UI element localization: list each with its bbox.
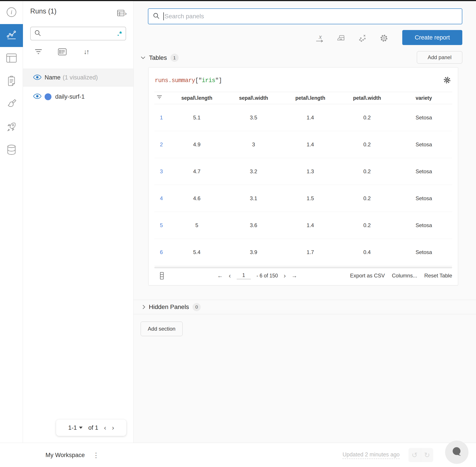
rail-item-notes[interactable] <box>0 70 23 93</box>
runs-name-header: Name (1 visualized) <box>23 69 133 87</box>
prev-page-button[interactable]: ‹ <box>229 272 231 279</box>
panel-search-placeholder[interactable]: Search panels <box>164 13 204 20</box>
row-index-link[interactable]: 2 <box>154 142 169 148</box>
svg-text:i: i <box>11 9 12 15</box>
horizontal-scrollbar[interactable] <box>154 267 452 268</box>
column-header[interactable]: variety <box>396 95 452 101</box>
cell: 1.4 <box>282 115 339 121</box>
rail-item-launch[interactable] <box>0 116 23 139</box>
cell: 3 <box>225 142 282 148</box>
cell: 5.1 <box>169 115 225 121</box>
title-summary: summary <box>172 77 195 84</box>
cell: Setosa <box>396 169 452 175</box>
workspace-toolbar: x <box>316 32 388 44</box>
redo-button[interactable]: ↻ <box>421 448 433 462</box>
cell: 4.7 <box>169 169 225 175</box>
cell: 4.6 <box>169 195 225 202</box>
panel-gear-icon[interactable] <box>443 76 451 85</box>
cell: Setosa <box>396 249 452 255</box>
sort-icon[interactable]: ↓↑ <box>82 48 90 56</box>
broom-icon <box>6 99 17 110</box>
line-chart-icon <box>6 30 17 41</box>
cell: 0.2 <box>339 195 396 202</box>
chevron-down-icon <box>141 56 145 59</box>
table-row: 4 4.6 3.1 1.5 0.2 Setosa <box>154 185 452 212</box>
create-report-button[interactable]: Create report <box>402 30 462 45</box>
runs-filter-row: ↓↑ <box>34 48 90 56</box>
tables-section-header[interactable]: Tables 1 <box>141 54 179 62</box>
runs-search-box: .* <box>30 27 126 40</box>
chevron-right-icon <box>142 305 145 310</box>
outliers-icon[interactable] <box>358 32 367 44</box>
clipboard-icon <box>7 76 16 87</box>
eye-icon[interactable] <box>33 74 41 81</box>
search-icon <box>34 30 41 38</box>
undo-button[interactable]: ↺ <box>409 448 421 462</box>
table-pagination: ← ‹ - 6 of 150 › → <box>217 272 297 279</box>
hidden-panels-label: Hidden Panels <box>149 303 189 311</box>
content-frame: i <box>0 1 476 443</box>
cell: 1.3 <box>282 169 339 175</box>
row-height-icon[interactable] <box>160 272 164 279</box>
column-header[interactable]: petal\.width <box>339 95 396 101</box>
row-index-link[interactable]: 4 <box>154 195 169 202</box>
smoothing-iron-icon[interactable] <box>337 32 346 44</box>
rail-item-panels[interactable] <box>0 47 23 70</box>
column-header[interactable]: sepal\.width <box>225 95 282 101</box>
kebab-menu-icon[interactable]: ⋮ <box>93 451 99 459</box>
table-filter-icon[interactable] <box>154 95 169 101</box>
table-row: 5 5 3.6 1.4 0.2 Setosa <box>154 212 452 239</box>
row-index-link[interactable]: 6 <box>154 249 169 255</box>
runs-table-icon <box>117 10 124 17</box>
columns-button[interactable]: Columns... <box>392 272 417 279</box>
rail-item-info[interactable]: i <box>0 1 23 24</box>
export-csv-button[interactable]: Export as CSV <box>350 272 385 279</box>
row-index-link[interactable]: 3 <box>154 169 169 175</box>
reset-table-button[interactable]: Reset Table <box>424 272 452 279</box>
cell: Setosa <box>396 222 452 228</box>
runs-search-input[interactable] <box>44 30 117 37</box>
first-page-button[interactable]: ← <box>217 272 223 279</box>
runs-page-range[interactable]: 1-1 <box>68 424 77 431</box>
runs-next-page-button[interactable]: › <box>112 424 114 431</box>
rail-item-artifacts[interactable] <box>0 139 23 162</box>
title-key: iris <box>202 77 215 84</box>
help-chat-button[interactable] <box>445 441 468 464</box>
last-page-button[interactable]: → <box>292 272 297 279</box>
table-header-row: sepal\.length sepal\.width petal\.length… <box>154 92 452 104</box>
table-footer: ← ‹ - 6 of 150 › → Export as CSV Columns… <box>154 269 452 282</box>
column-header[interactable]: sepal\.length <box>169 95 225 101</box>
iris-table: sepal\.length sepal\.width petal\.length… <box>154 92 452 282</box>
add-panel-button[interactable]: Add panel <box>417 51 462 64</box>
cell: 0.2 <box>339 169 396 175</box>
column-header[interactable]: petal\.length <box>282 95 339 101</box>
name-header-label: Name <box>45 74 61 81</box>
regex-toggle[interactable]: .* <box>117 30 122 37</box>
x-axis-icon[interactable]: x <box>316 32 325 44</box>
run-details-icon[interactable] <box>58 48 66 55</box>
next-page-button[interactable]: › <box>284 272 286 279</box>
add-section-button[interactable]: Add section <box>141 322 183 336</box>
hidden-panels-header[interactable]: Hidden Panels 0 <box>133 300 476 314</box>
run-row-daily-surf-1[interactable]: daily-surf-1 <box>23 87 133 107</box>
tables-section-label: Tables <box>149 54 167 61</box>
rail-item-sweeps[interactable] <box>0 93 23 116</box>
wandb-workspace: i <box>0 0 476 467</box>
runs-table-expand[interactable]: › <box>117 10 127 17</box>
row-index-link[interactable]: 5 <box>154 222 169 228</box>
cell: 5 <box>169 222 225 228</box>
title-open-bracket: [" <box>195 77 202 84</box>
filter-funnel-icon[interactable] <box>34 49 43 55</box>
rail-item-workspace-charts[interactable] <box>0 24 23 47</box>
table-row: 1 5.1 3.5 1.4 0.2 Setosa <box>154 104 452 131</box>
eye-icon[interactable] <box>33 93 41 100</box>
settings-gear-icon[interactable] <box>380 32 388 44</box>
row-index-link[interactable]: 1 <box>154 115 169 121</box>
panel-title: runs.summary["iris"] <box>155 77 222 84</box>
runs-prev-page-button[interactable]: ‹ <box>104 424 106 431</box>
cell: 5.4 <box>169 249 225 255</box>
page-number-input[interactable] <box>237 272 251 279</box>
title-close-bracket: "] <box>215 77 222 84</box>
tables-count-badge: 1 <box>171 54 179 62</box>
panel-search-box: Search panels <box>148 8 462 24</box>
